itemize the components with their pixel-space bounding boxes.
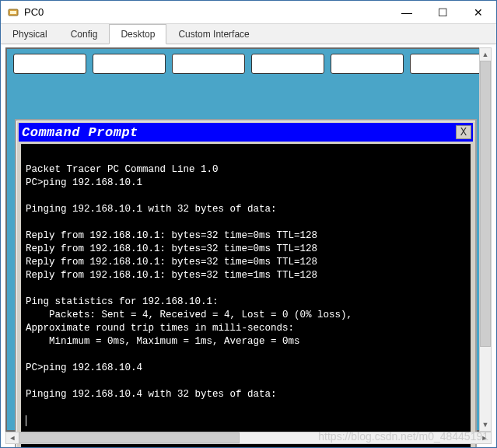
content-area: Command Prompt X Packet Tracer PC Comman… — [1, 44, 496, 447]
window-title: PC0 — [24, 6, 389, 18]
scroll-thumb[interactable] — [19, 432, 240, 443]
vertical-scrollbar[interactable]: ▲ ▼ — [479, 47, 492, 432]
app-icon — [7, 6, 19, 19]
cursor-icon — [26, 415, 26, 426]
command-prompt-close-button[interactable]: X — [456, 125, 471, 139]
maximize-button[interactable]: ☐ — [425, 1, 460, 24]
titlebar: PC0 — ☐ ✕ — [1, 1, 496, 24]
desktop-icon[interactable] — [172, 54, 245, 74]
terminal-output: Packet Tracer PC Command Line 1.0 PC>pin… — [26, 164, 352, 400]
command-prompt-titlebar[interactable]: Command Prompt X — [19, 123, 473, 142]
tab-config[interactable]: Config — [59, 24, 110, 44]
desktop-icon[interactable] — [410, 54, 483, 74]
desktop-icon[interactable] — [13, 54, 86, 74]
close-button[interactable]: ✕ — [460, 1, 496, 24]
tab-custom-interface[interactable]: Custom Interface — [166, 24, 261, 44]
command-prompt-title: Command Prompt — [22, 125, 456, 140]
horizontal-scrollbar[interactable]: ◄ ► — [5, 432, 492, 444]
window-controls: — ☐ ✕ — [389, 1, 496, 23]
scroll-thumb[interactable] — [480, 61, 491, 347]
command-prompt-body[interactable]: Packet Tracer PC Command Line 1.0 PC>pin… — [21, 144, 471, 447]
minimize-button[interactable]: — — [389, 1, 425, 24]
scroll-track[interactable] — [19, 432, 478, 443]
scroll-up-icon[interactable]: ▲ — [480, 48, 491, 61]
scroll-track[interactable] — [480, 61, 491, 418]
scroll-right-icon[interactable]: ► — [478, 432, 491, 443]
tab-physical[interactable]: Physical — [1, 24, 59, 44]
desktop-icons-row — [7, 49, 490, 79]
tabstrip: Physical Config Desktop Custom Interface — [1, 24, 496, 44]
command-prompt-window: Command Prompt X Packet Tracer PC Comman… — [15, 119, 477, 447]
scroll-left-icon[interactable]: ◄ — [6, 432, 19, 443]
tab-desktop[interactable]: Desktop — [109, 24, 166, 44]
app-window: PC0 — ☐ ✕ Physical Config Desktop Custom… — [0, 0, 497, 448]
desktop-icon[interactable] — [331, 54, 404, 74]
desktop-icon[interactable] — [93, 54, 166, 74]
scroll-down-icon[interactable]: ▼ — [480, 418, 491, 431]
svg-rect-1 — [10, 11, 16, 14]
desktop-icon[interactable] — [251, 54, 324, 74]
